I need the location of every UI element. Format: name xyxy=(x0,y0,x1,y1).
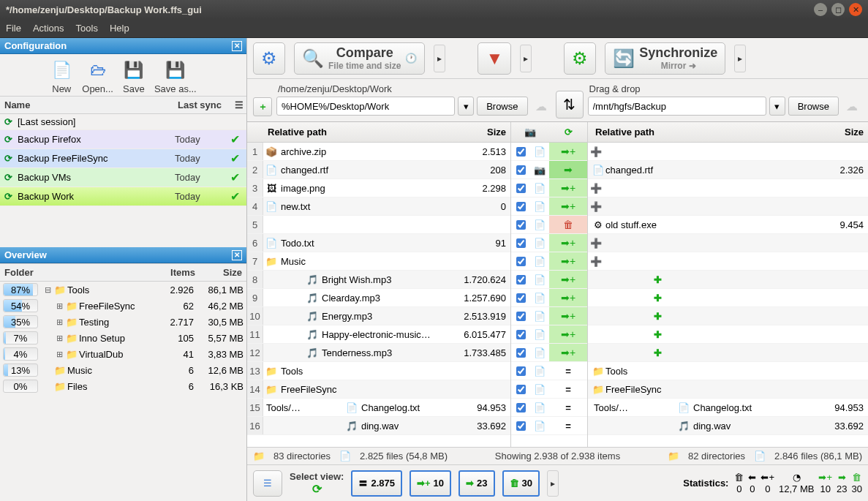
col-name[interactable]: Name xyxy=(0,97,173,113)
grid-row[interactable]: 3🖼image.png2.298 xyxy=(247,179,510,197)
cloud-left-icon[interactable]: ☁ xyxy=(531,97,551,116)
right-browse-button[interactable]: Browse xyxy=(788,97,839,116)
camera-icon[interactable]: 📷 xyxy=(511,127,549,138)
expander-icon[interactable]: ⊟ xyxy=(41,285,54,295)
sync-dropdown[interactable]: ▸ xyxy=(734,45,746,72)
row-checkbox[interactable] xyxy=(516,293,526,303)
menu-file[interactable]: File xyxy=(6,23,21,34)
row-checkbox[interactable] xyxy=(516,257,526,266)
grid-row[interactable]: ➕ xyxy=(588,143,868,161)
mid-row[interactable]: 📄➡+ xyxy=(511,271,587,289)
grid-row[interactable]: ➕ xyxy=(588,179,868,197)
left-col-size[interactable]: Size xyxy=(453,127,510,138)
overview-row[interactable]: 35%⊞📁Testing2.71730,5 MB xyxy=(0,314,246,330)
new-button[interactable]: 📄New xyxy=(50,59,73,94)
row-checkbox[interactable] xyxy=(516,220,526,230)
grid-row[interactable]: ⚙old stuff.exe9.454 xyxy=(588,216,868,234)
row-checkbox[interactable] xyxy=(516,184,526,193)
grid-row[interactable]: 12🎵Tenderness.mp31.733.485 xyxy=(247,344,510,362)
menu-actions[interactable]: Actions xyxy=(33,23,64,34)
view-more-button[interactable]: ▸ xyxy=(547,470,559,497)
grid-row[interactable]: 8🎵Bright Wish.mp31.720.624 xyxy=(247,271,510,289)
row-checkbox[interactable] xyxy=(516,165,526,175)
mid-row[interactable]: 📄➡+ xyxy=(511,289,587,307)
mid-row[interactable]: 📄= xyxy=(511,362,587,380)
config-item[interactable]: ⟳Backup FirefoxToday✔ xyxy=(0,130,246,149)
expander-icon[interactable]: ⊞ xyxy=(53,334,66,343)
grid-row[interactable]: 9🎵Clearday.mp31.257.690 xyxy=(247,289,510,307)
saveas-button[interactable]: 💾Save as... xyxy=(154,59,197,94)
compare-settings-button[interactable]: ⚙ xyxy=(253,42,285,75)
grid-row[interactable]: ✚ xyxy=(588,289,868,307)
swap-button[interactable]: ⇅ xyxy=(556,91,584,118)
refresh-icon[interactable]: ⟳ xyxy=(549,127,587,138)
grid-row[interactable]: 4📄new.txt0 xyxy=(247,197,510,216)
view-equal-button[interactable]: 〓2.875 xyxy=(351,470,402,497)
mid-row[interactable]: 📄➡+ xyxy=(511,143,587,161)
row-checkbox[interactable] xyxy=(516,348,526,358)
menu-tools[interactable]: Tools xyxy=(76,23,98,34)
mid-row[interactable]: 📄🗑 xyxy=(511,216,587,234)
mid-row[interactable]: 📄➡+ xyxy=(511,307,587,325)
row-checkbox[interactable] xyxy=(516,421,526,431)
col-toggle-icon[interactable]: ☰ xyxy=(230,97,246,113)
filter-dropdown[interactable]: ▸ xyxy=(520,45,532,72)
grid-row[interactable]: 📁Tools xyxy=(588,362,868,380)
mid-row[interactable]: 📄= xyxy=(511,417,587,435)
row-checkbox[interactable] xyxy=(516,385,526,394)
grid-row[interactable]: 📁FreeFileSync xyxy=(588,380,868,399)
overview-row[interactable]: 87%⊟📁Tools2.92686,1 MB xyxy=(0,282,246,298)
grid-row[interactable]: 16🎵ding.wav33.692 xyxy=(247,417,510,435)
grid-row[interactable]: ✚ xyxy=(588,271,868,289)
overview-row[interactable]: 13%📁Music612,6 MB xyxy=(0,362,246,378)
overview-row[interactable]: 7%⊞📁Inno Setup1055,57 MB xyxy=(0,330,246,346)
compare-button[interactable]: 🔍 CompareFile time and size 🕐 xyxy=(294,42,425,75)
config-item[interactable]: ⟳[Last session] xyxy=(0,114,246,130)
mid-row[interactable]: 📄➡+ xyxy=(511,344,587,362)
grid-row[interactable]: 6📄Todo.txt91 xyxy=(247,234,510,252)
view-delete-button[interactable]: 🗑30 xyxy=(502,470,540,497)
grid-row[interactable]: 13📁Tools xyxy=(247,362,510,380)
cloud-right-icon[interactable]: ☁ xyxy=(842,97,862,116)
row-checkbox[interactable] xyxy=(516,330,526,339)
view-list-button[interactable]: ☰ xyxy=(253,470,282,497)
config-item[interactable]: ⟳Backup FreeFileSyncToday✔ xyxy=(0,149,246,168)
add-pair-button[interactable]: ＋ xyxy=(253,97,272,116)
row-checkbox[interactable] xyxy=(516,275,526,285)
grid-row[interactable]: 📄changed.rtf2.326 xyxy=(588,161,868,179)
expander-icon[interactable]: ⊞ xyxy=(53,301,66,311)
row-checkbox[interactable] xyxy=(516,238,526,248)
grid-row[interactable]: 5 xyxy=(247,216,510,234)
mid-row[interactable]: 📄➡+ xyxy=(511,179,587,197)
filter-button[interactable]: ▼ xyxy=(478,42,511,75)
mid-row[interactable]: 📄= xyxy=(511,380,587,399)
menu-help[interactable]: Help xyxy=(110,23,129,34)
left-path-dropdown[interactable]: ▾ xyxy=(458,97,474,116)
save-button[interactable]: 💾Save xyxy=(122,59,146,94)
grid-row[interactable]: 7📁Music xyxy=(247,252,510,271)
grid-row[interactable]: ✚ xyxy=(588,344,868,362)
overview-row[interactable]: 0%📁Files616,3 KB xyxy=(0,378,246,394)
grid-row[interactable]: 15Tools/…📄Changelog.txt94.953 xyxy=(247,399,510,417)
grid-row[interactable]: ➕ xyxy=(588,234,868,252)
left-browse-button[interactable]: Browse xyxy=(477,97,527,116)
row-checkbox[interactable] xyxy=(516,366,526,376)
right-col-relpath[interactable]: Relative path xyxy=(588,127,811,138)
col-items[interactable]: Items xyxy=(163,264,200,281)
sync-settings-button[interactable]: ⚙ xyxy=(564,42,596,75)
row-checkbox[interactable] xyxy=(516,403,526,413)
mid-row[interactable]: 📄➡+ xyxy=(511,197,587,216)
right-col-size[interactable]: Size xyxy=(811,127,868,138)
compare-dropdown[interactable]: ▸ xyxy=(434,45,445,72)
grid-row[interactable]: Tools/…📄Changelog.txt94.953 xyxy=(588,399,868,417)
mid-row[interactable]: 📷➡ xyxy=(511,161,587,179)
config-item[interactable]: ⟳Backup WorkToday✔ xyxy=(0,187,246,206)
mid-row[interactable]: 📄➡+ xyxy=(511,252,587,271)
overview-row[interactable]: 4%⊞📁VirtualDub413,83 MB xyxy=(0,346,246,362)
row-checkbox[interactable] xyxy=(516,202,526,211)
row-checkbox[interactable] xyxy=(516,147,526,157)
grid-row[interactable]: ➕ xyxy=(588,252,868,271)
config-close-icon[interactable]: ✕ xyxy=(232,41,242,51)
view-update-button[interactable]: ➡23 xyxy=(458,470,494,497)
col-lastsync[interactable]: Last sync xyxy=(173,97,230,113)
